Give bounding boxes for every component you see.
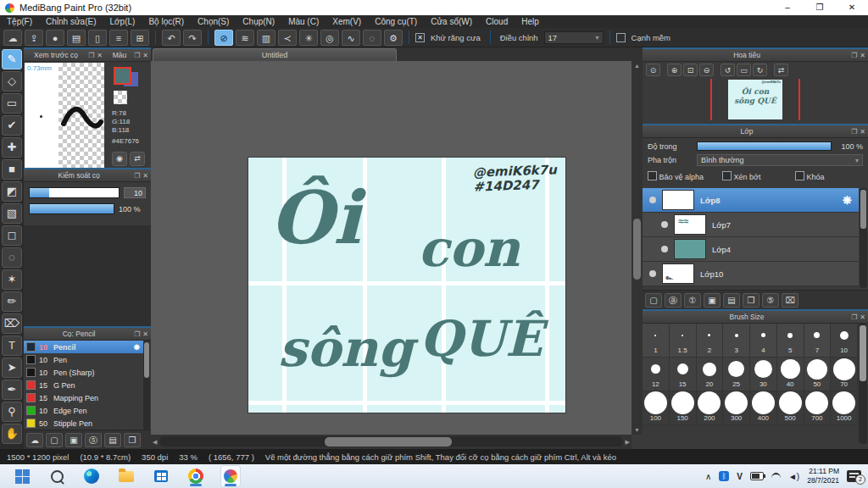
select-pen-tool[interactable]: ✏ bbox=[2, 291, 22, 312]
Mapping Pen[interactable]: 15 Mapping Pen bbox=[24, 391, 143, 404]
brush-size-option[interactable]: 15 bbox=[670, 358, 697, 391]
scroll-right-icon[interactable]: ▶ bbox=[626, 439, 630, 446]
snap-concentric-icon[interactable]: ◎ bbox=[320, 30, 339, 46]
brush-size-option[interactable]: 70 bbox=[831, 358, 858, 391]
menu-item[interactable]: Cửa sổ(W) bbox=[424, 15, 479, 28]
zoom-in-icon[interactable]: ⊕ bbox=[667, 64, 682, 76]
divide-tool[interactable]: ✒ bbox=[2, 380, 22, 400]
horizontal-scroll-thumb[interactable] bbox=[325, 437, 452, 446]
brush-size-option[interactable]: 7 bbox=[804, 324, 832, 358]
redo-icon[interactable]: ↷ bbox=[183, 30, 202, 46]
brush-size-option[interactable]: 300 bbox=[723, 391, 750, 425]
fit-screen-icon[interactable]: ⊡ bbox=[683, 64, 698, 76]
close-icon[interactable]: ✕ bbox=[142, 330, 148, 338]
brush-size-option[interactable]: 5 bbox=[777, 324, 804, 358]
document-tab[interactable]: Untitled bbox=[153, 48, 397, 61]
visibility-dot-icon[interactable] bbox=[661, 221, 668, 228]
vertical-scrollbar[interactable]: ▲ ▼ bbox=[632, 61, 643, 435]
brush-size-option[interactable]: 1.5 bbox=[670, 324, 697, 358]
scroll-up-icon[interactable]: ▲ bbox=[632, 63, 643, 69]
brush-size-option[interactable]: 400 bbox=[750, 391, 777, 425]
popout-icon[interactable]: ❐ bbox=[851, 128, 857, 136]
popout-icon[interactable]: ❐ bbox=[851, 313, 857, 321]
start-button[interactable] bbox=[12, 465, 32, 487]
script-brush-icon[interactable]: ⓢ bbox=[85, 433, 102, 447]
Lớp10[interactable]: Lớp10 bbox=[643, 262, 859, 286]
snap-radial-icon[interactable]: ✳ bbox=[299, 30, 318, 46]
canvas-viewport[interactable]: Ôi con sông QUÊ @emiK6k7u #14D247 bbox=[151, 61, 632, 435]
gear-icon[interactable]: ❋ bbox=[133, 343, 140, 352]
new-1bit-layer-icon[interactable]: ① bbox=[684, 293, 701, 308]
polyline-tool[interactable]: ✔ bbox=[2, 115, 22, 136]
minimize-button[interactable]: – bbox=[771, 0, 804, 15]
zoom-out-icon[interactable]: ⊖ bbox=[699, 64, 714, 76]
speaker-icon[interactable]: ◄) bbox=[788, 472, 799, 481]
menu-item[interactable]: Help bbox=[515, 15, 546, 28]
zoom-actual-icon[interactable]: ⊙ bbox=[646, 64, 660, 76]
popout-icon[interactable]: ❐ bbox=[134, 52, 140, 59]
taskbar-clock[interactable]: 21:11 PM 28/7/2021 bbox=[807, 467, 839, 485]
visibility-dot-icon[interactable] bbox=[661, 246, 668, 252]
brush-opacity-slider[interactable] bbox=[29, 203, 114, 214]
taskbar-search[interactable] bbox=[47, 465, 67, 487]
eraser-tool[interactable]: ◇ bbox=[2, 71, 22, 92]
close-icon[interactable]: ✕ bbox=[860, 128, 865, 136]
Lớp4[interactable]: Lớp4 bbox=[643, 237, 859, 262]
rotate-cw-icon[interactable]: ↻ bbox=[753, 64, 767, 76]
add-layer-menu-icon[interactable]: ▣ bbox=[704, 293, 721, 308]
new-brush-icon[interactable]: ▢ bbox=[46, 433, 63, 447]
delete-layer-icon[interactable]: ⌧ bbox=[782, 293, 798, 308]
brush-size-option[interactable]: 4 bbox=[750, 324, 777, 358]
snap-curve-icon[interactable]: ∿ bbox=[342, 30, 360, 46]
snap-grid-icon[interactable]: ▥ bbox=[257, 30, 275, 46]
comment-icon[interactable]: ● bbox=[46, 30, 64, 46]
taskbar-edge[interactable] bbox=[81, 465, 102, 487]
swap-colors-icon[interactable]: ⇄ bbox=[130, 152, 145, 166]
flip-icon[interactable]: ⇄ bbox=[774, 64, 788, 76]
brush-size-option[interactable]: 25 bbox=[723, 358, 750, 391]
select-eraser-tool[interactable]: ⌦ bbox=[2, 313, 22, 334]
select-tool[interactable]: ◻ bbox=[2, 225, 22, 246]
layer-option-checkbox[interactable]: Xén bớt bbox=[722, 171, 795, 181]
brush-size-option[interactable]: 500 bbox=[777, 391, 804, 425]
popout-icon[interactable]: ❐ bbox=[134, 330, 140, 338]
Lớp7[interactable]: Lớp7 bbox=[643, 213, 859, 237]
taskbar-store[interactable] bbox=[151, 465, 171, 487]
bucket-tool[interactable]: ◩ bbox=[2, 181, 22, 202]
brush-folder-icon[interactable]: ▤ bbox=[104, 433, 121, 447]
battery-icon[interactable] bbox=[750, 472, 764, 480]
brush-size-option[interactable]: 3 bbox=[723, 324, 750, 358]
brush-size-option[interactable]: 30 bbox=[750, 358, 777, 391]
document-icon[interactable]: ▯ bbox=[88, 30, 107, 46]
lasso-tool[interactable]: ◌ bbox=[2, 247, 22, 268]
text-tool[interactable]: T bbox=[2, 336, 22, 356]
Edge Pen[interactable]: 10 Edge Pen bbox=[24, 404, 143, 417]
layer-option-checkbox[interactable]: Khóa bbox=[795, 171, 831, 181]
vertical-scroll-thumb[interactable] bbox=[633, 219, 641, 280]
color-wheel-icon[interactable]: ◉ bbox=[112, 152, 127, 166]
visibility-dot-icon[interactable] bbox=[649, 197, 656, 203]
close-icon[interactable]: ✕ bbox=[97, 52, 103, 59]
menu-item[interactable]: Chọn(S) bbox=[191, 15, 236, 28]
move-tool[interactable]: ✚ bbox=[2, 137, 22, 158]
snap-off-icon[interactable]: ⊘ bbox=[214, 30, 233, 46]
snap-ellipse-icon[interactable]: ◌ bbox=[363, 30, 381, 46]
G Pen[interactable]: 15 G Pen bbox=[24, 379, 143, 391]
fill-rect-tool[interactable]: ■ bbox=[2, 159, 22, 180]
notification-icon[interactable]: 2 bbox=[847, 470, 861, 482]
menu-item[interactable]: Xem(V) bbox=[326, 15, 368, 28]
upload-brush-icon[interactable]: ☁ bbox=[26, 433, 43, 447]
brush-size-option[interactable]: 700 bbox=[804, 391, 832, 425]
Pen[interactable]: 10 Pen bbox=[24, 353, 143, 366]
comment-lines-icon[interactable]: ▤ bbox=[67, 30, 86, 46]
layer-opacity-slider[interactable] bbox=[697, 141, 832, 151]
brush-size-option[interactable]: 200 bbox=[697, 391, 724, 425]
duplicate-layer-icon[interactable]: ❐ bbox=[743, 293, 760, 308]
rect-tool[interactable]: ▭ bbox=[2, 93, 22, 114]
brush-size-scrollbar[interactable] bbox=[859, 324, 867, 444]
upload-icon[interactable]: ⇪ bbox=[25, 30, 43, 46]
window-layout-icon[interactable]: ⊞ bbox=[131, 30, 149, 46]
hand-tool[interactable]: ✋ bbox=[2, 424, 22, 444]
magic-wand-tool[interactable]: ✶ bbox=[2, 269, 22, 290]
menu-item[interactable]: Chỉnh sửa(E) bbox=[39, 15, 103, 28]
